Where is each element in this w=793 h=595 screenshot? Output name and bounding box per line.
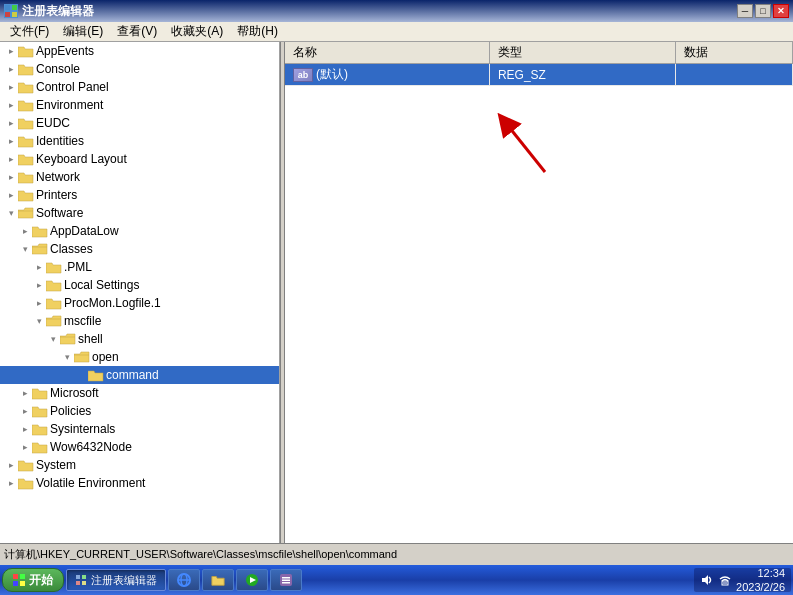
tray-area[interactable]: 12:34 2023/2/26 (694, 568, 791, 592)
expand-icon[interactable]: ▸ (18, 422, 32, 436)
col-data: 数据 (675, 42, 792, 64)
tree-label: shell (78, 332, 103, 346)
expand-icon[interactable]: ▸ (4, 62, 18, 76)
expand-icon[interactable]: ▸ (4, 458, 18, 472)
expand-icon[interactable]: ▸ (4, 188, 18, 202)
expand-icon[interactable]: ▸ (18, 386, 32, 400)
svg-rect-1 (12, 5, 17, 10)
tree-item[interactable]: ▾ shell (0, 330, 279, 348)
tree-item[interactable]: ▸ AppDataLow (0, 222, 279, 240)
folder-icon (18, 188, 34, 202)
folder-icon (32, 224, 48, 238)
tree-item[interactable]: command (0, 366, 279, 384)
menu-favorites[interactable]: 收藏夹(A) (165, 21, 229, 42)
svg-rect-9 (20, 581, 25, 586)
tree-item[interactable]: ▸ ProcMon.Logfile.1 (0, 294, 279, 312)
taskbar-app-folder[interactable] (202, 569, 234, 591)
svg-rect-12 (76, 581, 80, 585)
expand-icon[interactable]: ▸ (18, 404, 32, 418)
tree-item[interactable]: ▸ System (0, 456, 279, 474)
tree-item[interactable]: ▾ mscfile (0, 312, 279, 330)
tree-item[interactable]: ▸ .PML (0, 258, 279, 276)
collapse-icon[interactable]: ▾ (60, 350, 74, 364)
expand-icon[interactable]: ▸ (4, 170, 18, 184)
expand-icon[interactable]: ▸ (4, 134, 18, 148)
tree-item[interactable]: ▸ Network (0, 168, 279, 186)
taskbar-app-media[interactable] (236, 569, 268, 591)
svg-rect-0 (5, 5, 10, 10)
folder-icon (32, 440, 48, 454)
menu-edit[interactable]: 编辑(E) (57, 21, 109, 42)
svg-rect-3 (12, 12, 17, 17)
svg-rect-2 (5, 12, 10, 17)
tree-label: open (92, 350, 119, 364)
tree-label: System (36, 458, 76, 472)
close-button[interactable]: ✕ (773, 4, 789, 18)
tree-item[interactable]: ▸ Console (0, 60, 279, 78)
tree-item[interactable]: ▸ Microsoft (0, 384, 279, 402)
table-row[interactable]: ab(默认)REG_SZ (285, 64, 793, 86)
folder-icon (18, 476, 34, 490)
svg-rect-10 (76, 575, 80, 579)
expand-icon[interactable]: ▸ (4, 476, 18, 490)
tree-item[interactable]: ▸ Printers (0, 186, 279, 204)
start-label: 开始 (29, 572, 53, 589)
expand-icon[interactable]: ▸ (4, 80, 18, 94)
start-button[interactable]: 开始 (2, 568, 64, 592)
tree-item[interactable]: ▾ Software (0, 204, 279, 222)
tree-label: AppEvents (36, 44, 94, 58)
tree-item[interactable]: ▸ Keyboard Layout (0, 150, 279, 168)
tree-item[interactable]: ▸ EUDC (0, 114, 279, 132)
folder-icon (46, 260, 62, 274)
tree-item[interactable]: ▸ Environment (0, 96, 279, 114)
tree-item[interactable]: ▸ Policies (0, 402, 279, 420)
right-panel-wrapper: 名称 类型 数据 ab(默认)REG_SZ (285, 42, 793, 543)
tree-item[interactable]: ▸ Local Settings (0, 276, 279, 294)
menu-file[interactable]: 文件(F) (4, 21, 55, 42)
taskbar-app-extra[interactable] (270, 569, 302, 591)
expand-icon[interactable]: ▸ (32, 296, 46, 310)
expand-icon[interactable]: ▸ (18, 440, 32, 454)
taskbar-app-ie[interactable] (168, 569, 200, 591)
maximize-button[interactable]: □ (755, 4, 771, 18)
svg-rect-21 (282, 580, 290, 582)
tree-label: .PML (64, 260, 92, 274)
tree-item[interactable]: ▸ AppEvents (0, 42, 279, 60)
svg-rect-22 (282, 582, 290, 584)
tree-item[interactable]: ▸ Control Panel (0, 78, 279, 96)
folder-icon (18, 458, 34, 472)
expand-icon[interactable]: ▸ (32, 278, 46, 292)
expand-icon[interactable]: ▸ (4, 98, 18, 112)
taskbar-app-regedit[interactable]: 注册表编辑器 (66, 569, 166, 591)
collapse-icon[interactable]: ▾ (18, 242, 32, 256)
right-panel[interactable]: 名称 类型 数据 ab(默认)REG_SZ (285, 42, 793, 86)
folder-icon (18, 44, 34, 58)
tree-item[interactable]: ▸ Volatile Environment (0, 474, 279, 492)
folder-icon (32, 404, 48, 418)
expand-icon[interactable]: ▸ (32, 260, 46, 274)
collapse-icon[interactable]: ▾ (4, 206, 18, 220)
tree-item[interactable]: ▾ Classes (0, 240, 279, 258)
tree-item[interactable]: ▸ Wow6432Node (0, 438, 279, 456)
minimize-button[interactable]: ─ (737, 4, 753, 18)
tree-label: mscfile (64, 314, 101, 328)
collapse-icon[interactable]: ▾ (32, 314, 46, 328)
expand-icon[interactable]: ▸ (18, 224, 32, 238)
expand-icon[interactable]: ▸ (4, 44, 18, 58)
expand-icon[interactable]: ▸ (4, 116, 18, 130)
tree-label: Volatile Environment (36, 476, 145, 490)
collapse-icon[interactable]: ▾ (46, 332, 60, 346)
menu-help[interactable]: 帮助(H) (231, 21, 284, 42)
speaker-icon (700, 573, 714, 587)
expand-icon[interactable]: ▸ (4, 152, 18, 166)
tree-item[interactable]: ▾ open (0, 348, 279, 366)
folder-icon (32, 422, 48, 436)
tree-panel[interactable]: ▸ AppEvents ▸ Console ▸ Control Panel ▸ … (0, 42, 280, 543)
folder-icon (60, 332, 76, 346)
tree-item[interactable]: ▸ Sysinternals (0, 420, 279, 438)
tree-label: Control Panel (36, 80, 109, 94)
tree-item[interactable]: ▸ Identities (0, 132, 279, 150)
svg-rect-20 (282, 577, 290, 579)
menu-view[interactable]: 查看(V) (111, 21, 163, 42)
col-name: 名称 (285, 42, 489, 64)
